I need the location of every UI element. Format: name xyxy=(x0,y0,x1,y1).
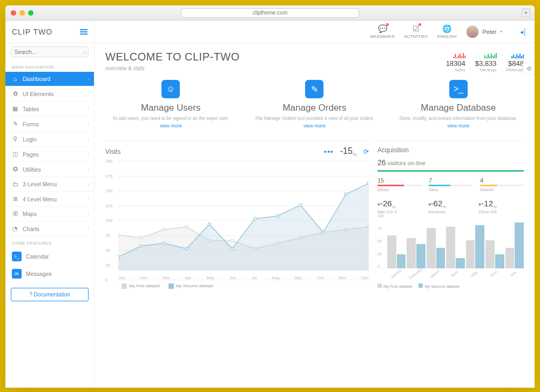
nav-icon: ⦿ xyxy=(12,211,18,217)
chevron-right-icon: › xyxy=(88,197,90,201)
tile-desc: Store, modify, and extract information f… xyxy=(393,116,524,121)
maximize-icon[interactable] xyxy=(28,10,33,16)
svg-point-2 xyxy=(163,228,165,231)
svg-point-1 xyxy=(140,236,143,239)
chevron-right-icon: › xyxy=(88,121,90,126)
tile-icon: ✎ xyxy=(305,80,323,98)
chevron-right-icon: › xyxy=(88,152,90,157)
visits-chart: 0255075100125150175200 JanFebMarAprMayJu… xyxy=(105,161,369,280)
topbar-language[interactable]: 🌐 ENGLISH xyxy=(437,24,456,39)
acq-os-windows: ▾-62%Windows xyxy=(428,199,474,214)
core-label: Messages xyxy=(26,271,52,277)
tile-manage-users: ☺ Manage Users To add users, you need to… xyxy=(105,80,236,129)
sidebar-item-3-level-menu[interactable]: 🗀3 Level Menu› xyxy=(5,177,94,192)
sidebar-item-maps[interactable]: ⦿Maps› xyxy=(5,207,94,221)
sidebar-item-utilities[interactable]: ✪Utilities› xyxy=(5,162,94,177)
svg-point-16 xyxy=(208,223,211,226)
brand-bar: CLIP TWO xyxy=(5,21,94,43)
chevron-right-icon: › xyxy=(88,77,90,82)
tile-link[interactable]: view more xyxy=(249,123,380,129)
tile-desc: To add users, you need to be signed in a… xyxy=(105,116,236,121)
nav-section-core: CORE FEATURES xyxy=(5,236,94,248)
search-icon[interactable]: ⌕ xyxy=(83,49,87,55)
kpi-referrals: $848Referrals xyxy=(507,51,524,72)
brand-name: CLIP TWO xyxy=(12,28,52,36)
acq-chart: 0255075100 JanuaryFebruaryMarchAprilMayJ… xyxy=(377,218,524,282)
chevron-right-icon: › xyxy=(88,91,90,96)
menu-toggle-icon[interactable] xyxy=(80,29,87,35)
new-tab-button[interactable]: + xyxy=(522,9,530,17)
nav-icon: ◔ xyxy=(12,225,18,232)
nav-icon: ▦ xyxy=(12,105,18,112)
acq-source-search: 4Search xyxy=(480,177,524,192)
tile-link[interactable]: view more xyxy=(105,123,236,129)
svg-point-5 xyxy=(231,239,233,242)
nav-label: Forms xyxy=(23,121,39,127)
nav-label: 3 Level Menu xyxy=(23,181,57,187)
sidebar-item-forms[interactable]: ✎Forms› xyxy=(5,117,94,132)
nav-icon: ◫ xyxy=(12,151,18,158)
page-title: WELCOME TO CLIP-TWO xyxy=(105,51,240,63)
traffic-lights[interactable] xyxy=(11,10,33,16)
visits-title: Visits xyxy=(105,148,120,156)
nav-label: 4 Level Menu xyxy=(23,196,57,202)
sidebar-item-ui-elements[interactable]: ✿UI Elements› xyxy=(5,86,94,102)
sidebar-item-login[interactable]: ⚲Login› xyxy=(5,132,94,147)
search-field[interactable] xyxy=(15,49,83,55)
user-menu[interactable]: Peter ▾ xyxy=(466,25,502,38)
globe-icon: 🌐 xyxy=(442,24,451,33)
svg-point-0 xyxy=(118,234,120,236)
visits-panel: Visits ••• -15% ⟳ 0255075100125150175200… xyxy=(105,140,369,289)
acq-legend: My First datasetMy Second dataset xyxy=(377,283,524,289)
topbar-activities-label: ACTIVITIES xyxy=(404,34,428,39)
core-label: Calendar xyxy=(26,253,49,260)
tile-manage-orders: ✎ Manage Orders The Manage Orders tool p… xyxy=(249,80,380,129)
more-icon[interactable]: ••• xyxy=(324,147,334,156)
url-field[interactable]: cliptheme.com xyxy=(181,8,359,18)
search-input[interactable]: ⌕ xyxy=(11,46,89,57)
page-subtitle: overview & stats xyxy=(105,65,240,71)
nav-label: Tables xyxy=(23,106,39,112)
minimize-icon[interactable] xyxy=(19,10,25,16)
check-icon: ☑ xyxy=(413,24,420,33)
nav-section-main: MAIN NAVIGATION xyxy=(5,60,94,72)
svg-point-18 xyxy=(253,218,256,220)
tile-title: Manage Users xyxy=(105,103,236,113)
tile-manage-database: >_ Manage Database Store, modify, and ex… xyxy=(393,80,524,129)
nav-icon: ✎ xyxy=(12,120,18,127)
core-icon: >_ xyxy=(12,252,22,261)
sidebar-item-tables[interactable]: ▦Tables› xyxy=(5,102,94,117)
acq-os-mac-os-x: ▾-26%Mac OS X xyxy=(377,199,423,214)
tile-link[interactable]: view more xyxy=(393,123,524,129)
sidebar-item-dashboard[interactable]: ⌂Dashboard› xyxy=(5,72,94,86)
nav-label: Charts xyxy=(23,226,39,232)
settings-gear-button[interactable]: ⚙ xyxy=(523,63,535,75)
chevron-right-icon: › xyxy=(88,137,90,141)
visits-delta: -15% xyxy=(340,146,357,157)
close-icon[interactable] xyxy=(11,10,16,16)
content: WELCOME TO CLIP-TWO overview & stats 183… xyxy=(94,43,535,388)
sidebar-core-calendar[interactable]: >_Calendar xyxy=(5,248,94,265)
nav-icon: ≣ xyxy=(12,195,18,202)
topbar: 💬 MESSAGES ☑ ACTIVITIES 🌐 ENGLISH Peter … xyxy=(94,21,535,43)
right-panel-toggle[interactable]: ◂│ xyxy=(514,28,528,36)
tile-icon: ☺ xyxy=(161,80,180,98)
sidebar-item-pages[interactable]: ◫Pages› xyxy=(5,147,94,162)
kpi-strip: 18304Sales$3,833Earnings$848Referrals xyxy=(446,51,524,72)
kpi-sales: 18304Sales xyxy=(446,51,465,72)
sidebar-item-4-level-menu[interactable]: ≣4 Level Menu› xyxy=(5,192,94,207)
sidebar-core-messages[interactable]: ✉Messages xyxy=(5,265,94,282)
nav-label: Utilities xyxy=(23,166,41,173)
chevron-right-icon: › xyxy=(88,226,90,231)
visitors-online: 26 visitors on-line xyxy=(377,158,524,172)
sidebar-item-charts[interactable]: ◔Charts› xyxy=(5,221,94,236)
nav-label: Login xyxy=(23,136,37,143)
topbar-activities[interactable]: ☑ ACTIVITIES xyxy=(404,24,428,39)
browser-chrome: cliptheme.com + xyxy=(5,5,535,21)
svg-point-3 xyxy=(185,226,188,228)
chat-icon: 💬 xyxy=(378,24,387,33)
nav-icon: 🗀 xyxy=(12,181,18,187)
documentation-button[interactable]: ? Documentation xyxy=(11,288,89,301)
refresh-icon[interactable]: ⟳ xyxy=(363,148,369,156)
topbar-messages[interactable]: 💬 MESSAGES xyxy=(370,24,395,39)
